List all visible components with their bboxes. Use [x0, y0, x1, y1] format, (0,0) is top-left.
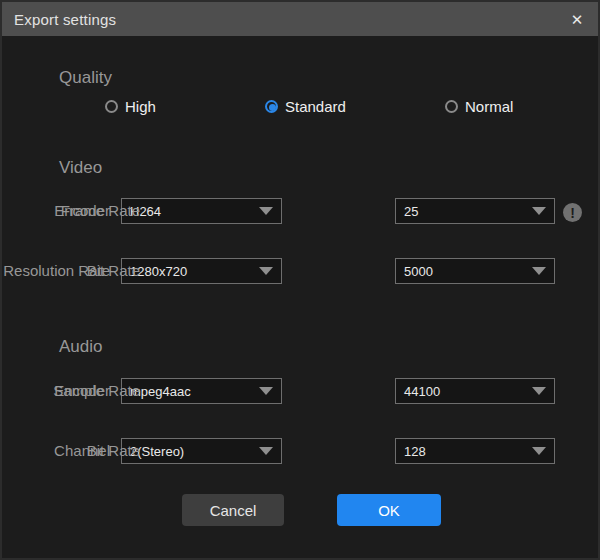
radio-label-high: High [125, 98, 156, 115]
radio-option-normal[interactable]: Normal [445, 96, 513, 116]
export-settings-dialog: Export settings ✕ Quality High Standard … [0, 0, 600, 560]
chevron-down-icon [532, 447, 546, 455]
cancel-button[interactable]: Cancel [182, 494, 284, 526]
audio-channel-dropdown[interactable]: 2(Stereo) [121, 438, 282, 464]
video-bit-rate-dropdown[interactable]: 5000 [395, 258, 555, 284]
video-frame-rate-dropdown[interactable]: 25 [395, 198, 555, 224]
audio-sample-rate-dropdown[interactable]: 44100 [395, 378, 555, 404]
chevron-down-icon [259, 267, 273, 275]
quality-section-heading: Quality [59, 68, 112, 88]
chevron-down-icon [532, 387, 546, 395]
ok-button[interactable]: OK [337, 494, 441, 526]
chevron-down-icon [532, 207, 546, 215]
radio-icon[interactable] [445, 100, 458, 113]
radio-label-normal: Normal [465, 98, 513, 115]
video-frame-rate-label: Frame Rate [2, 198, 140, 224]
radio-icon[interactable] [265, 100, 278, 113]
video-section-heading: Video [59, 158, 102, 178]
titlebar: Export settings ✕ [2, 2, 598, 36]
video-resolution-rate-dropdown[interactable]: 1280x720 [121, 258, 282, 284]
close-icon[interactable]: ✕ [564, 7, 590, 31]
dialog-title: Export settings [14, 11, 116, 28]
audio-sample-rate-label: Sample Rate [2, 378, 140, 404]
audio-section-heading: Audio [59, 337, 102, 357]
chevron-down-icon [532, 267, 546, 275]
radio-option-standard[interactable]: Standard [265, 96, 346, 116]
dropdown-value: 128 [404, 444, 426, 459]
audio-bit-rate-label: Bit Rate [2, 438, 140, 464]
radio-option-high[interactable]: High [105, 96, 156, 116]
video-bit-rate-label: Bit Rate [2, 258, 140, 284]
dropdown-value: 25 [404, 204, 418, 219]
audio-encoder-dropdown[interactable]: mpeg4aac [121, 378, 282, 404]
video-encoder-dropdown[interactable]: H264 [121, 198, 282, 224]
chevron-down-icon [259, 447, 273, 455]
radio-icon[interactable] [105, 100, 118, 113]
chevron-down-icon [259, 207, 273, 215]
audio-bit-rate-dropdown[interactable]: 128 [395, 438, 555, 464]
dropdown-value: 44100 [404, 384, 440, 399]
chevron-down-icon [259, 387, 273, 395]
dropdown-value: 5000 [404, 264, 433, 279]
warning-icon: ! [563, 203, 582, 222]
radio-label-standard: Standard [285, 98, 346, 115]
